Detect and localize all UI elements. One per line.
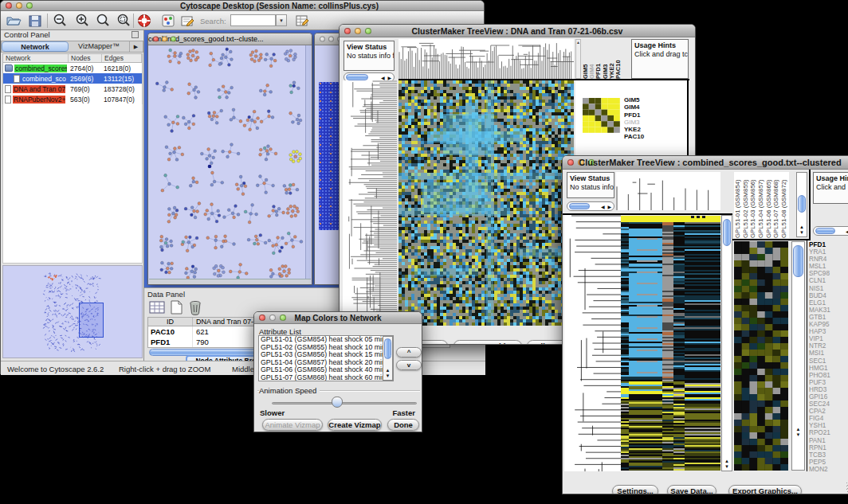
animate-vizmap-button[interactable]: Animate Vizmap <box>262 419 323 431</box>
gene-label[interactable]: PFD1 <box>809 241 848 248</box>
main-titlebar[interactable]: Cytoscape Desktop (Session Name: collins… <box>1 1 484 11</box>
gene-label[interactable]: MON2 <box>809 466 848 473</box>
network-horizontal-scrollbar[interactable] <box>149 279 311 284</box>
treeview-combined-titlebar[interactable]: ClusterMaker TreeView : combined_scores_… <box>563 156 848 170</box>
gene-label[interactable]: RPO21 <box>809 429 848 436</box>
gene-label[interactable]: PUF3 <box>809 379 848 386</box>
move-down-button[interactable]: v <box>396 360 422 370</box>
float-panel-icon[interactable] <box>132 31 139 38</box>
save-icon[interactable] <box>27 13 43 29</box>
gene-label[interactable]: SEC24 <box>809 400 848 408</box>
overview-viewport-rect[interactable] <box>79 303 104 338</box>
gene-label[interactable]: CLN1 <box>809 277 848 284</box>
gene-label[interactable]: VIP1 <box>809 335 848 342</box>
gene-label[interactable]: FIG4 <box>809 415 848 422</box>
gene-label[interactable]: HRD3 <box>809 386 848 393</box>
gene-label[interactable]: SPC98 <box>809 270 848 277</box>
tab-overflow-icon[interactable]: ▶ <box>129 41 142 52</box>
attribute-editor-icon[interactable] <box>294 13 310 29</box>
gene-label[interactable]: MSI1 <box>809 350 848 357</box>
gene-label[interactable]: RPN1 <box>809 444 848 451</box>
close-icon[interactable] <box>6 2 12 9</box>
search-dropdown-button[interactable]: ▼ <box>276 14 287 26</box>
scroll-arrows-strip[interactable]: ▲ <box>575 39 581 79</box>
gene-label[interactable]: GTB1 <box>809 314 848 321</box>
gene-label[interactable]: BUD4 <box>809 292 848 299</box>
zoom-heatmap[interactable] <box>583 98 620 133</box>
minimize-icon[interactable] <box>328 37 334 42</box>
create-vizmap-button[interactable]: Create Vizmap <box>328 419 382 431</box>
animation-speed-slider[interactable] <box>272 402 417 404</box>
treeview-button[interactable]: Settings... <box>612 485 658 494</box>
zoom-selected-icon[interactable] <box>95 13 111 29</box>
usage-hints-scrollbar[interactable]: ◀ ▶ <box>813 226 848 236</box>
network-vertical-scrollbar[interactable] <box>305 45 311 279</box>
network-list-row[interactable]: RNAPuberNov2+I563(0)107847(0) <box>3 94 142 104</box>
network-list-row[interactable]: combined_scores2764(0)16218(0) <box>3 63 142 73</box>
gene-label[interactable]: ELG1 <box>809 299 848 307</box>
gene-label[interactable]: MAK31 <box>809 307 848 314</box>
zoom-heatmap[interactable] <box>734 241 788 471</box>
treeview-button[interactable]: Export Graphics... <box>728 485 802 494</box>
gene-label[interactable]: NIS1 <box>809 285 848 292</box>
zoom-fit-icon[interactable] <box>116 13 132 29</box>
treeview-dna-titlebar[interactable]: ClusterMaker TreeView : DNA and Tran 07-… <box>340 25 695 37</box>
open-folder-icon[interactable] <box>6 13 22 29</box>
treeview-button[interactable]: Export Graphics... <box>453 340 522 344</box>
gene-label[interactable]: HMG1 <box>809 365 848 372</box>
new-attribute-icon[interactable] <box>168 299 185 315</box>
zoom-window-icon[interactable] <box>171 37 176 42</box>
help-lifering-icon[interactable] <box>136 13 152 29</box>
row-dendrogram[interactable] <box>343 80 397 326</box>
view-status-scrollbar[interactable]: ◀ ▶ <box>567 201 614 211</box>
network-canvas[interactable] <box>149 45 307 279</box>
row-dendrogram[interactable] <box>564 215 621 471</box>
gene-label[interactable]: PEP5 <box>809 459 848 466</box>
annotation-pencil-icon[interactable] <box>179 13 195 29</box>
gene-label[interactable]: KAP95 <box>809 321 848 328</box>
gene-label[interactable]: SEC1 <box>809 357 848 365</box>
gene-label[interactable]: PHO81 <box>809 372 848 379</box>
heatmap-scrollbar[interactable]: ▲▼ <box>721 215 732 471</box>
zoom-in-icon[interactable] <box>74 13 90 29</box>
gene-label[interactable]: TCB3 <box>809 451 848 459</box>
close-icon[interactable] <box>153 37 159 42</box>
close-icon[interactable] <box>320 37 325 42</box>
column-dendrogram[interactable] <box>616 172 720 210</box>
search-input[interactable] <box>230 14 276 26</box>
treeview-button[interactable]: Save Data... <box>667 485 716 494</box>
gene-label[interactable]: RNR4 <box>809 256 848 263</box>
network-list-row[interactable]: combined_sco2569(6)13112(15) <box>3 73 142 84</box>
zoom-out-icon[interactable] <box>52 13 68 29</box>
window-controls[interactable] <box>6 2 33 9</box>
minimize-icon[interactable] <box>16 2 22 9</box>
gene-label[interactable]: CPA2 <box>809 408 848 415</box>
attribute-list-scrollbar[interactable]: ▲▼ <box>383 336 393 381</box>
global-heatmap[interactable] <box>398 80 574 326</box>
network-view-titlebar[interactable]: combined_scores_good.txt--cluste... <box>148 33 312 45</box>
delete-attribute-icon[interactable] <box>187 299 204 315</box>
zoom-window-icon[interactable] <box>26 2 33 9</box>
gene-label[interactable]: YSH1 <box>809 422 848 429</box>
move-up-button[interactable]: ^ <box>396 347 422 357</box>
vizmapper-icon[interactable] <box>160 13 176 29</box>
minimize-icon[interactable] <box>162 37 167 42</box>
slider-thumb[interactable] <box>332 397 343 408</box>
gene-label[interactable]: GPI16 <box>809 393 848 400</box>
column-dendrogram[interactable] <box>398 39 574 79</box>
column-labels-scrollbar[interactable]: ▲▼ <box>796 172 807 237</box>
gene-label[interactable]: HAP3 <box>809 328 848 335</box>
gene-label[interactable]: NTR2 <box>809 342 848 350</box>
zoom-scrollbar[interactable]: ▲▼ <box>791 241 805 471</box>
network-list-row[interactable]: DNA and Tran 07769(0)183728(0) <box>3 84 142 94</box>
tab-network[interactable]: Network <box>2 41 69 52</box>
network-overview-panel[interactable] <box>2 265 143 358</box>
global-heatmap[interactable] <box>621 216 720 471</box>
select-attributes-icon[interactable] <box>149 299 166 315</box>
gene-label[interactable]: PAN1 <box>809 437 848 444</box>
gene-label[interactable]: MSL1 <box>809 263 848 270</box>
dialog-titlebar[interactable]: Map Colors to Network <box>254 312 422 324</box>
done-button[interactable]: Done <box>387 419 419 431</box>
tab-vizmapper[interactable]: VizMapper™ <box>69 41 129 52</box>
gene-label[interactable]: YRA1 <box>809 248 848 256</box>
